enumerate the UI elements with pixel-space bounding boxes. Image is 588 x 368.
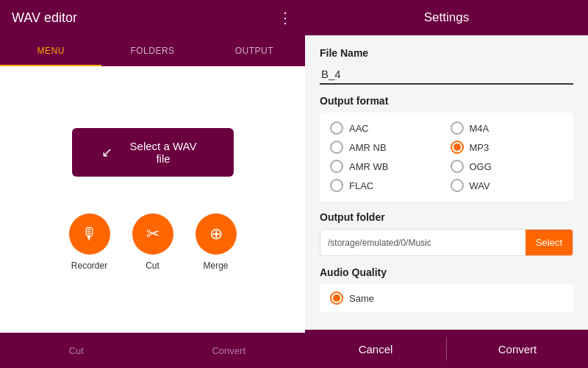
output-format-label: Output format bbox=[320, 95, 573, 107]
merge-label: Merge bbox=[203, 261, 228, 271]
audio-quality-section: Audio Quality Same bbox=[320, 266, 573, 312]
tab-folders[interactable]: FOLDERS bbox=[101, 37, 203, 65]
folder-path-text: /storage/emulated/0/Music bbox=[320, 230, 526, 255]
format-wav-option[interactable]: WAV bbox=[451, 179, 564, 192]
scissors-icon: ✂ bbox=[146, 224, 159, 244]
cut-icon-circle: ✂ bbox=[132, 213, 173, 255]
settings-footer: Cancel Convert bbox=[305, 330, 588, 368]
format-aac-option[interactable]: AAC bbox=[330, 121, 443, 135]
file-name-label: File Name bbox=[320, 47, 573, 59]
cancel-button[interactable]: Cancel bbox=[305, 330, 446, 368]
format-flac-radio[interactable] bbox=[330, 179, 343, 192]
format-wav-radio[interactable] bbox=[451, 179, 464, 192]
recorder-icon-circle: 🎙 bbox=[69, 213, 110, 255]
merge-button[interactable]: ⊕ Merge bbox=[196, 213, 237, 271]
format-amrnb-label: AMR NB bbox=[349, 142, 387, 153]
format-ogg-radio[interactable] bbox=[451, 160, 464, 173]
file-name-input[interactable] bbox=[320, 65, 573, 85]
format-ogg-option[interactable]: OGG bbox=[451, 160, 564, 173]
file-name-section: File Name bbox=[320, 47, 573, 85]
settings-panel: Settings File Name Output format AAC M4A bbox=[305, 0, 588, 368]
format-mp3-option[interactable]: MP3 bbox=[451, 141, 564, 154]
output-folder-label: Output folder bbox=[320, 211, 573, 223]
output-folder-section: Output folder /storage/emulated/0/Music … bbox=[320, 211, 573, 256]
select-wav-label: Select a WAV file bbox=[123, 140, 204, 165]
tab-bar: MENU FOLDERS OUTPUT bbox=[0, 35, 305, 66]
format-aac-label: AAC bbox=[349, 123, 369, 134]
format-amrwb-label: AMR WB bbox=[349, 161, 388, 172]
format-ogg-label: OGG bbox=[470, 161, 492, 172]
format-m4a-option[interactable]: M4A bbox=[451, 121, 564, 135]
format-mp3-label: MP3 bbox=[470, 142, 490, 153]
cut-label: Cut bbox=[146, 261, 159, 271]
format-m4a-label: M4A bbox=[470, 123, 490, 134]
format-wav-label: WAV bbox=[470, 180, 490, 191]
settings-title: Settings bbox=[424, 10, 469, 25]
merge-icon-circle: ⊕ bbox=[196, 213, 237, 255]
settings-header: Settings bbox=[305, 0, 588, 35]
format-mp3-radio[interactable] bbox=[451, 141, 464, 154]
more-options-icon[interactable]: ⋮ bbox=[278, 9, 293, 26]
tab-active-indicator bbox=[0, 65, 101, 66]
recorder-label: Recorder bbox=[71, 261, 107, 271]
bottom-convert-button[interactable]: Convert bbox=[153, 335, 306, 367]
format-aac-radio[interactable] bbox=[330, 121, 343, 135]
settings-body: File Name Output format AAC M4A AMR NB bbox=[305, 35, 588, 330]
audio-quality-label: Audio Quality bbox=[320, 266, 573, 278]
select-wav-button[interactable]: ↙ Select a WAV file bbox=[72, 128, 234, 177]
app-title: WAV editor bbox=[12, 10, 77, 26]
select-folder-button[interactable]: Select bbox=[526, 230, 573, 255]
app-header: WAV editor ⋮ bbox=[0, 0, 305, 35]
merge-icon: ⊕ bbox=[209, 224, 223, 244]
format-amrwb-radio[interactable] bbox=[330, 160, 343, 173]
cut-button[interactable]: ✂ Cut bbox=[132, 213, 173, 271]
quality-same-label: Same bbox=[349, 293, 374, 304]
wav-editor-panel: WAV editor ⋮ MENU FOLDERS OUTPUT ↙ Selec… bbox=[0, 0, 305, 368]
recorder-icon: 🎙 bbox=[82, 224, 98, 244]
recorder-button[interactable]: 🎙 Recorder bbox=[69, 213, 110, 271]
select-wav-icon: ↙ bbox=[101, 144, 112, 160]
app-main-content: ↙ Select a WAV file 🎙 Recorder ✂ Cut ⊕ bbox=[0, 66, 305, 333]
output-format-section: Output format AAC M4A AMR NB MP3 bbox=[320, 95, 573, 201]
quality-same-option[interactable]: Same bbox=[330, 291, 563, 305]
left-bottom-bar: Cut Convert bbox=[0, 333, 305, 368]
format-m4a-radio[interactable] bbox=[451, 121, 464, 135]
format-amrnb-radio[interactable] bbox=[330, 141, 343, 154]
audio-quality-options: Same bbox=[320, 284, 573, 312]
convert-button[interactable]: Convert bbox=[447, 330, 588, 368]
action-icons-row: 🎙 Recorder ✂ Cut ⊕ Merge bbox=[69, 213, 237, 271]
format-flac-option[interactable]: FLAC bbox=[330, 179, 443, 192]
format-flac-label: FLAC bbox=[349, 180, 373, 191]
tab-menu[interactable]: MENU bbox=[0, 37, 101, 65]
quality-same-radio[interactable] bbox=[330, 291, 343, 305]
output-folder-row: /storage/emulated/0/Music Select bbox=[320, 229, 573, 256]
format-amrwb-option[interactable]: AMR WB bbox=[330, 160, 443, 173]
format-amrnb-option[interactable]: AMR NB bbox=[330, 141, 443, 154]
tab-output[interactable]: OUTPUT bbox=[204, 37, 305, 65]
bottom-cut-button[interactable]: Cut bbox=[0, 335, 153, 367]
format-grid: AAC M4A AMR NB MP3 AMR WB bbox=[320, 113, 573, 201]
